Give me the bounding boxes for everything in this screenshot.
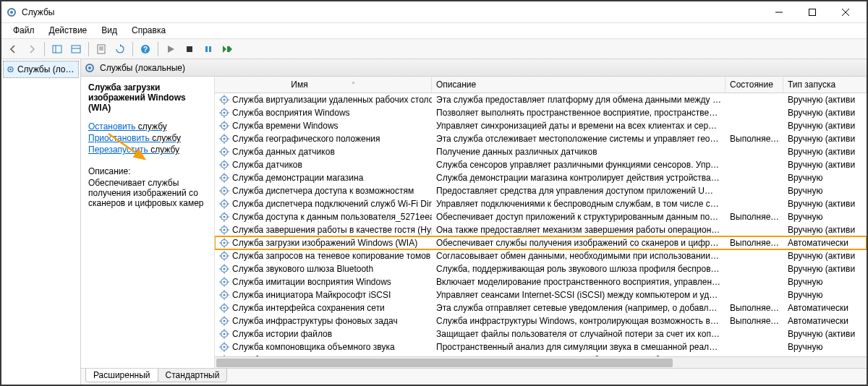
export-list-button[interactable] xyxy=(67,40,85,58)
tree-label: Службы (локальные) xyxy=(17,64,75,74)
service-gear-icon xyxy=(219,251,229,261)
service-startup: Вручную (активи xyxy=(783,328,867,340)
svg-point-25 xyxy=(223,98,225,100)
refresh-button[interactable] xyxy=(111,40,129,58)
table-row[interactable]: Служба восприятия WindowsПозволяет выпол… xyxy=(215,106,867,119)
service-startup: Вручную xyxy=(783,289,867,301)
help-button[interactable]: ? xyxy=(137,40,154,58)
svg-point-55 xyxy=(223,163,225,166)
service-description: Эта служба предоставляет платформу для о… xyxy=(432,94,726,106)
toolbar-separator xyxy=(132,42,133,56)
minimize-button[interactable] xyxy=(762,2,796,22)
service-state xyxy=(726,112,783,113)
service-startup: Вручную (активи xyxy=(783,133,867,145)
service-name: Служба восприятия Windows xyxy=(232,108,350,118)
table-row[interactable]: Служба интерфейса сохранения сетиЭта слу… xyxy=(215,301,867,314)
service-startup: Вручную (активи xyxy=(783,146,867,158)
service-name: Служба загрузки изображений Windows (WIA… xyxy=(232,238,417,248)
show-hide-tree-button[interactable] xyxy=(48,40,66,58)
table-row[interactable]: Служба звукового шлюза BluetoothСлужба, … xyxy=(215,262,867,275)
forward-button[interactable] xyxy=(23,40,41,58)
service-description: Пространственный анализ для симуляции зв… xyxy=(432,341,726,353)
table-row[interactable]: Служба времени WindowsУправляет синхрони… xyxy=(215,119,867,132)
table-row[interactable]: Служба истории файловЗащищает файлы поль… xyxy=(215,327,867,340)
service-startup: Вручную (активи xyxy=(783,94,867,106)
table-row[interactable]: Служба имитации восприятия WindowsВключа… xyxy=(215,275,867,288)
service-name: Служба виртуализации удаленных рабочих с… xyxy=(232,95,432,105)
back-button[interactable] xyxy=(4,40,22,58)
restart-link[interactable]: Перезапустить службу xyxy=(88,145,207,155)
restart-service-button[interactable] xyxy=(218,40,236,58)
table-row[interactable]: Служба инфраструктуры фоновых задачСлужб… xyxy=(215,314,867,327)
content: Служба загрузки изображений Windows (WIA… xyxy=(81,77,867,369)
menu-help[interactable]: Справка xyxy=(124,23,173,38)
table-row[interactable]: Служба географического положенияЭта служ… xyxy=(215,132,867,145)
svg-rect-17 xyxy=(205,46,208,52)
service-name: Служба запросов на теневое копирование т… xyxy=(232,251,432,261)
table-row[interactable]: Служба доступа к данным пользователя_527… xyxy=(215,210,867,223)
horizontal-scrollbar[interactable] xyxy=(215,356,867,368)
column-name[interactable]: Имя˄ xyxy=(215,77,432,93)
service-description: Обеспечивает службы получения изображени… xyxy=(432,237,726,249)
service-gear-icon xyxy=(219,225,229,235)
service-name: Служба инициатора Майкрософт iSCSI xyxy=(232,290,391,300)
service-gear-icon xyxy=(219,342,229,352)
table-row[interactable]: Служба компоновщика объемного звукаПрост… xyxy=(215,340,867,353)
service-startup: Вручную xyxy=(783,211,867,223)
start-service-button[interactable] xyxy=(162,40,179,58)
table-row[interactable]: Служба датчиковСлужба сенсоров управляет… xyxy=(215,158,867,171)
service-startup: Вручную xyxy=(783,276,867,288)
table-row[interactable]: Служба инициатора Майкрософт iSCSIУправл… xyxy=(215,288,867,301)
service-startup: Вручную xyxy=(783,185,867,197)
svg-point-139 xyxy=(223,346,225,348)
table-row[interactable]: Служба запросов на теневое копирование т… xyxy=(215,249,867,262)
service-startup: Автоматически xyxy=(783,315,867,327)
table-row[interactable]: Служба виртуализации удаленных рабочих с… xyxy=(215,93,867,106)
properties-button[interactable] xyxy=(93,40,110,58)
tab-standard[interactable]: Стандартный xyxy=(158,369,228,382)
svg-rect-16 xyxy=(187,46,192,52)
menu-file[interactable]: Файл xyxy=(6,23,42,38)
column-startup[interactable]: Тип запуска xyxy=(783,77,867,93)
service-gear-icon xyxy=(219,264,229,274)
table-row[interactable]: Служба загрузки изображений Windows (WIA… xyxy=(215,236,867,249)
service-name: Служба имитации восприятия Windows xyxy=(232,277,391,287)
maximize-button[interactable] xyxy=(796,2,829,22)
column-description[interactable]: Описание xyxy=(432,77,726,93)
service-gear-icon xyxy=(219,173,229,183)
svg-point-121 xyxy=(223,306,225,309)
svg-point-85 xyxy=(223,228,225,231)
scrollbar-thumb[interactable] xyxy=(216,359,673,367)
services-list-body[interactable]: Служба виртуализации удаленных рабочих с… xyxy=(215,93,867,356)
table-row[interactable]: Служба диспетчера доступа к возможностям… xyxy=(215,184,867,197)
table-row[interactable]: Служба демонстрации магазинаСлужба демон… xyxy=(215,171,867,184)
service-gear-icon xyxy=(219,199,229,209)
service-startup: Вручную (активи xyxy=(783,120,867,132)
menu-action[interactable]: Действие xyxy=(42,23,95,38)
service-startup: Вручную (активи xyxy=(783,107,867,119)
menu-view[interactable]: Вид xyxy=(94,23,124,38)
service-gear-icon xyxy=(219,121,229,131)
tab-extended[interactable]: Расширенный xyxy=(85,369,158,382)
service-state xyxy=(726,164,783,166)
service-gear-icon xyxy=(219,238,229,248)
svg-rect-3 xyxy=(809,9,816,15)
service-name: Служба времени Windows xyxy=(232,121,339,131)
service-description: Управляет синхронизацией даты и времени … xyxy=(432,120,726,132)
service-gear-icon xyxy=(219,303,229,313)
tree-services-local[interactable]: Службы (локальные) xyxy=(3,61,79,78)
window-title: Службы xyxy=(22,7,762,17)
stop-link[interactable]: Остановить службу xyxy=(88,121,207,132)
table-row[interactable]: Служба диспетчера подключений служб Wi-F… xyxy=(215,197,867,210)
svg-point-31 xyxy=(223,111,225,113)
toolbar-separator xyxy=(44,42,45,56)
svg-point-103 xyxy=(223,267,225,270)
table-row[interactable]: Служба завершения работы в качестве гост… xyxy=(215,223,867,236)
pause-link[interactable]: Приостановить службу xyxy=(88,133,207,143)
close-button[interactable] xyxy=(829,2,862,22)
column-state[interactable]: Состояние xyxy=(726,77,783,93)
service-state xyxy=(726,99,783,100)
pause-service-button[interactable] xyxy=(200,40,217,58)
stop-service-button[interactable] xyxy=(181,40,198,58)
table-row[interactable]: Служба данных датчиковПолучение данных р… xyxy=(215,145,867,158)
